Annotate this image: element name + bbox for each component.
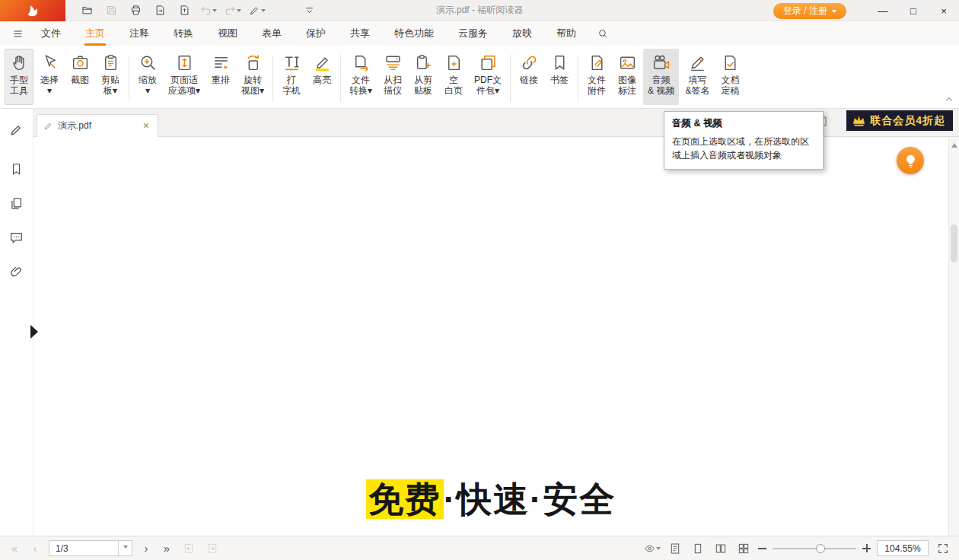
tool-file-convert[interactable]: 文件 转换▾ (345, 49, 377, 105)
page-navigation: « ‹ 1/3 › » (8, 536, 221, 560)
tool-from-clipboard[interactable]: 从剪 贴板 (409, 49, 438, 105)
menu-view[interactable]: 视图 (206, 21, 250, 46)
tool-image-annotation[interactable]: 图像 标注 (613, 49, 642, 105)
menu-help[interactable]: 帮助 (544, 21, 588, 46)
file-attachment-icon (588, 53, 607, 72)
main-menu-button[interactable] (6, 22, 29, 45)
tool-page-fit[interactable]: 页面适 应选项▾ (164, 49, 205, 105)
open-file-button[interactable] (75, 1, 99, 21)
previous-view-button[interactable] (180, 540, 197, 557)
next-view-icon (206, 542, 218, 555)
menu-share[interactable]: 共享 (338, 21, 382, 46)
pen-tool-icon (249, 5, 260, 16)
maximize-button[interactable]: □ (898, 0, 929, 21)
pdf-portfolio-icon (479, 53, 498, 72)
tool-label: 文件 附件 (588, 75, 606, 96)
tool-select[interactable]: 选择 ▾ (35, 49, 64, 105)
view-mode-button[interactable] (644, 540, 661, 557)
sidebar-attachments-button[interactable] (5, 260, 28, 283)
tips-lightbulb-button[interactable] (897, 147, 924, 174)
first-page-button[interactable]: « (8, 542, 21, 554)
tool-zoom[interactable]: 缩放 ▾ (133, 49, 162, 105)
tool-bookmark[interactable]: 书签 (545, 49, 574, 105)
zoom-slider-track[interactable] (773, 548, 856, 549)
facing-pages-button[interactable] (712, 540, 729, 557)
tool-link[interactable]: 链接 (515, 49, 543, 105)
sidebar-annotate-button[interactable] (5, 118, 28, 141)
tool-reflow[interactable]: 重排 (206, 49, 235, 105)
zoom-level-field[interactable]: 104.55% (877, 540, 929, 556)
tool-typewriter[interactable]: 打 字机 (277, 49, 306, 105)
zoom-slider-handle[interactable] (816, 544, 825, 553)
tool-rotate-view[interactable]: 旋转 视图▾ (237, 49, 269, 105)
fullscreen-button[interactable] (935, 540, 951, 557)
file-convert-icon (352, 53, 371, 72)
titlebar: 演示.pdf - 福昕阅读器 登录 / 注册 — □ × (0, 0, 959, 21)
redo-icon (225, 5, 236, 16)
login-register-button[interactable]: 登录 / 注册 (773, 3, 846, 19)
chevron-down-icon (656, 547, 661, 552)
menu-form[interactable]: 表单 (250, 21, 294, 46)
menu-convert[interactable]: 转换 (161, 21, 206, 46)
scrollbar-thumb[interactable] (951, 224, 957, 262)
zoom-out-button[interactable] (758, 548, 766, 549)
zoom-in-button[interactable] (862, 544, 871, 552)
doc-send-button[interactable] (172, 1, 196, 21)
scroll-up-arrow-icon[interactable] (951, 140, 957, 148)
redo-button[interactable] (221, 1, 245, 21)
print-button[interactable] (123, 1, 148, 21)
tool-audio-video[interactable]: 音频 & 视频 (643, 49, 679, 105)
undo-button[interactable] (196, 1, 221, 21)
tool-pdf-portfolio[interactable]: PDF文 件包▾ (470, 49, 506, 105)
save-icon (106, 5, 117, 16)
close-button[interactable]: × (929, 0, 959, 21)
tool-clipboard[interactable]: 剪贴 板▾ (96, 49, 125, 105)
menu-features[interactable]: 特色功能 (382, 21, 446, 46)
menu-home[interactable]: 主页 (73, 21, 117, 46)
tool-label: 缩放 ▾ (139, 75, 157, 96)
previous-page-button[interactable]: ‹ (28, 542, 42, 554)
tab-close-icon[interactable]: × (141, 119, 151, 132)
document-tab[interactable]: 演示.pdf × (37, 114, 158, 137)
membership-promo-banner[interactable]: 联合会员4折起 (846, 110, 953, 131)
search-button[interactable] (591, 22, 614, 45)
tool-hand[interactable]: 手型 工具 (5, 49, 33, 105)
customize-toolbar-icon (304, 5, 315, 16)
menu-comment[interactable]: 注释 (117, 21, 161, 46)
zoom-slider[interactable] (773, 543, 856, 554)
collapse-ribbon-button[interactable] (944, 94, 956, 107)
sidebar-comments-button[interactable] (5, 226, 28, 249)
customize-toolbar-button[interactable] (297, 1, 321, 21)
menu-present[interactable]: 放映 (500, 21, 544, 46)
doc-export-button[interactable] (148, 1, 172, 21)
tool-snapshot[interactable]: 截图 (65, 49, 94, 105)
tool-fill-sign[interactable]: 填写 &签名 (680, 49, 714, 105)
sidebar-bookmarks-button[interactable] (5, 158, 28, 180)
panel-expand-handle[interactable] (30, 325, 38, 339)
read-mode-button[interactable] (667, 540, 683, 557)
crown-icon (852, 113, 866, 128)
sidebar-pages-button[interactable] (5, 192, 28, 215)
page-fit-icon (175, 53, 194, 72)
tool-file-attachment[interactable]: 文件 附件 (582, 49, 611, 105)
minimize-button[interactable]: — (868, 0, 898, 21)
tool-highlight[interactable]: 高亮 (307, 49, 336, 105)
tool-doc-finalize[interactable]: 文档 定稿 (715, 49, 744, 105)
page-dropdown[interactable] (118, 541, 132, 555)
tool-from-scanner[interactable]: 从扫 描仪 (378, 49, 407, 105)
menu-cloud[interactable]: 云服务 (446, 21, 500, 46)
statusbar: « ‹ 1/3 › » 104.55% (0, 536, 959, 560)
menu-file[interactable]: 文件 (29, 21, 73, 46)
next-page-button[interactable]: › (139, 542, 153, 554)
four-pages-button[interactable] (735, 540, 752, 557)
pen-tool-button[interactable] (245, 1, 269, 21)
undo-icon (200, 5, 212, 16)
last-page-button[interactable]: » (160, 542, 174, 554)
tool-blank-page[interactable]: 空 白页 (439, 49, 468, 105)
single-page-button[interactable] (690, 540, 706, 557)
save-button[interactable] (99, 1, 123, 21)
menu-protect[interactable]: 保护 (294, 21, 338, 46)
next-view-button[interactable] (204, 540, 221, 557)
page-number-combobox[interactable]: 1/3 (49, 540, 132, 556)
vertical-scrollbar[interactable] (948, 137, 959, 536)
